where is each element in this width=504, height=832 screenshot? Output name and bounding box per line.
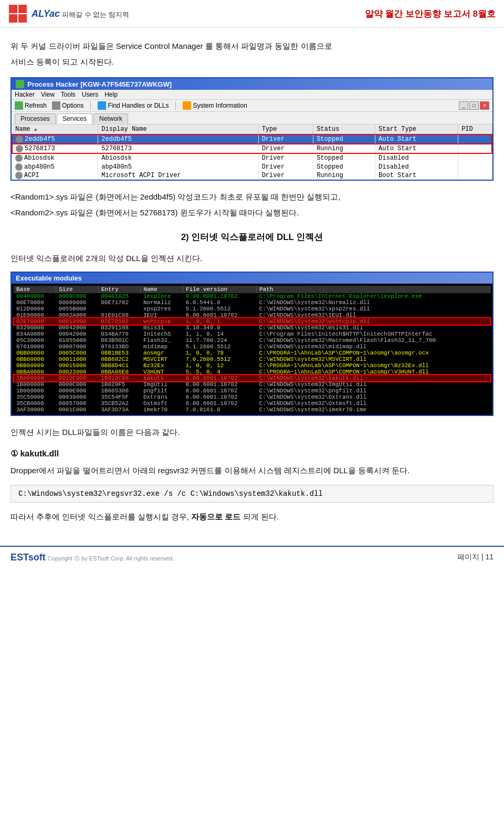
- ph-title: Process Hacker [KGW-A7F545E737AWKGW]: [27, 80, 172, 88]
- ph-tabs[interactable]: Processes Services Network: [12, 112, 492, 124]
- tab-services[interactable]: Services: [57, 113, 92, 124]
- em-cell-ver: 8.00.6001.18702: [183, 381, 257, 388]
- row-icon: [15, 172, 23, 179]
- footer-page: 페이지 | 11: [457, 553, 494, 562]
- em-cell-path: C:\WINDOWS\system32\xpsp2res.dll: [256, 306, 490, 312]
- cell-name: 2eddb4f5: [12, 134, 98, 144]
- main-content: 위 두 커널 드라이버 파일들은 Service Control Manager…: [0, 28, 504, 525]
- find-handles-button[interactable]: Find Handles or DLLs: [98, 101, 169, 110]
- em-cell-entry: 0BB8D4C1: [98, 362, 141, 369]
- options-icon: [52, 101, 60, 110]
- em-cell-ver: 8.00.6001.18702: [183, 400, 257, 407]
- em-cell-path: C:\WINDOWS\system32\imekr70.ime: [256, 407, 490, 413]
- section2-sub: 인터넷 익스플로러에 2개의 악성 DLL을 인젝션 시킨다.: [10, 251, 494, 266]
- em-cell-ver: 6.0.5441.0: [183, 299, 257, 306]
- logo-slogan: 피해갈 수 없는 탐지력: [62, 11, 129, 18]
- code-block: C:\Windows\system32\regsvr32.exe /s /c C…: [10, 485, 494, 503]
- list-item: 012D0000 0055B000 xpsp2res 5.1.2600.5512…: [14, 306, 490, 312]
- em-cell-name: V3HUNT: [141, 369, 183, 375]
- refresh-button[interactable]: Refresh: [15, 101, 47, 110]
- em-cell-ver: 5.1.2600.5512: [183, 306, 257, 312]
- em-cell-base: 012D0000: [14, 306, 56, 312]
- em-col-size: Size: [56, 286, 99, 293]
- list-item: 02E70000 00019000 02E7D182 wshtcpip 1, 0…: [14, 318, 490, 325]
- menu-tools[interactable]: Tools: [61, 91, 76, 98]
- cell-pid: [458, 144, 492, 153]
- em-cell-ver: 5, 5, 0, 4: [183, 369, 257, 375]
- random-line2: <Random2>.sys 파일은 (화면에서는 52768173) 윈도우가 …: [10, 205, 494, 221]
- em-cell-entry: 03291108: [98, 325, 141, 331]
- header: ALYac 피해갈 수 없는 탐지력 알약 월간 보안동향 보고서 8월호: [0, 0, 504, 28]
- process-hacker-window: Process Hacker [KGW-A7F545E737AWKGW] Hac…: [10, 77, 494, 181]
- list-item: 35C50000 00039000 35C54F5F Dxtrans 8.00.…: [14, 394, 490, 400]
- table-row: 52768173 52768173 Driver Running Auto St…: [12, 144, 492, 153]
- em-cell-ver: 3.10.349.0: [183, 325, 257, 331]
- em-cell-size: 00019000: [56, 318, 99, 325]
- em-cell-name: Bz32Ex: [141, 362, 183, 369]
- cell-status: Stopped: [313, 153, 375, 162]
- menu-hacker[interactable]: Hacker: [15, 91, 35, 98]
- options-button[interactable]: Options: [52, 101, 83, 110]
- list-item: 35CB0000 00057000 35CB52A2 Dxtmsft 8.00.…: [14, 400, 490, 407]
- list-item: 1B060000 0000E000 1B065306 pngfilt 8.00.…: [14, 388, 490, 394]
- em-cell-ver: 1, 0, 0, 1: [183, 318, 257, 325]
- tab-processes[interactable]: Processes: [15, 113, 56, 124]
- em-cell-entry: 0BB1BE53: [98, 350, 141, 356]
- em-cell-path: C:\WINDOWS\system32\MSVCIRT.dll: [256, 356, 490, 362]
- em-cell-path: C:\WINDOWS\system32\midimap.dll: [256, 344, 490, 350]
- list-item: 0BB80000 00015000 0BB8D4C1 Bz32Ex 1, 0, …: [14, 362, 490, 369]
- em-cell-base: 0BB60000: [14, 356, 56, 362]
- col-start-type: Start Type: [375, 124, 458, 134]
- em-cell-base: 0BB80000: [14, 362, 56, 369]
- header-logo: ALYac 피해갈 수 없는 탐지력: [8, 4, 129, 23]
- em-cell-name: Flash32_: [141, 337, 183, 344]
- refresh-icon: [15, 101, 23, 110]
- col-display-name: Display Name: [98, 124, 258, 134]
- em-cell-base: 35C50000: [14, 394, 56, 400]
- kakutk-desc: Dropper에서 파일을 떨어트리면서 아래의 regsvr32 커맨드를 이…: [10, 463, 494, 479]
- em-cell-entry: 01E01C88: [98, 312, 141, 318]
- cell-start-type: Auto Start: [375, 144, 458, 153]
- em-cell-base: 1B060000: [14, 388, 56, 394]
- close-button[interactable]: ✕: [480, 101, 489, 110]
- em-cell-ver: 1, 0, 0, 12: [183, 362, 257, 369]
- menu-view[interactable]: View: [41, 91, 55, 98]
- em-cell-ver: 11.7.700.224: [183, 337, 257, 344]
- em-cell-path: C:\PROGRA~1\AhnLab\ASP\COMPON~1\aosmgr\a…: [256, 350, 490, 356]
- tab-network[interactable]: Network: [93, 113, 128, 124]
- em-cell-ver: 8.00.6001.18702: [183, 394, 257, 400]
- window-controls[interactable]: _ □ ✕: [459, 101, 489, 110]
- ph-menubar[interactable]: Hacker View Tools Users Help: [12, 90, 492, 100]
- em-cell-path: C:\WINDOWS\system32\msls31.dll: [256, 325, 490, 331]
- em-cell-entry: 35C54F5F: [98, 394, 141, 400]
- em-cell-path: C:\WINDOWS\system32\kakutk.dll: [256, 375, 490, 381]
- em-cell-path: C:\Program Files\Initech$HTTP\InitechSHT…: [256, 331, 490, 337]
- em-cell-size: 00039000: [56, 394, 99, 400]
- ph-toolbar: Refresh Options Find Handles or DLLs Sys…: [12, 100, 492, 112]
- em-cell-path: C:\PROGRA~1\AhnLab\ASP\COMPON~1\aosmgr\B…: [256, 362, 490, 369]
- minimize-button[interactable]: _: [459, 101, 468, 110]
- list-item: 0BB60000 00011000 0BB682C2 MSVCIRT 7.0.2…: [14, 356, 490, 362]
- menu-users[interactable]: Users: [82, 91, 98, 98]
- maximize-button[interactable]: □: [469, 101, 479, 110]
- footer-logo-group: ESTsoft Copyright ⓒ by ESTsoft Corp. All…: [10, 552, 174, 563]
- logo-text-group: ALYac 피해갈 수 없는 탐지력: [32, 8, 129, 19]
- cell-status: Running: [313, 144, 375, 153]
- em-cell-base: 1B000000: [14, 381, 56, 388]
- em-cell-entry: 1B029F5: [98, 381, 141, 388]
- cell-start-type: Disabled: [375, 163, 458, 171]
- em-cell-size: 0005C000: [56, 350, 99, 356]
- em-title: Executable modules: [16, 274, 82, 282]
- sysinfo-icon: [183, 101, 191, 110]
- sysinfo-button[interactable]: System Information: [183, 101, 247, 110]
- table-row: 2eddb4f5 2eddb4f5 Driver Stopped Auto St…: [12, 134, 492, 144]
- em-cell-path: C:\WINDOWS\system32\Dxtrans.dll: [256, 394, 490, 400]
- em-cell-name: IEUI: [141, 312, 183, 318]
- cell-display-name: abp480n5: [98, 163, 258, 171]
- cell-type: Driver: [258, 163, 313, 171]
- list-item: 00400000 0009C000 00401A25 iexplore 8.00…: [14, 293, 490, 299]
- em-cell-name: Dxtrans: [141, 394, 183, 400]
- cell-status: Running: [313, 171, 375, 180]
- toolbar-separator2: [175, 101, 176, 110]
- menu-help[interactable]: Help: [104, 91, 118, 98]
